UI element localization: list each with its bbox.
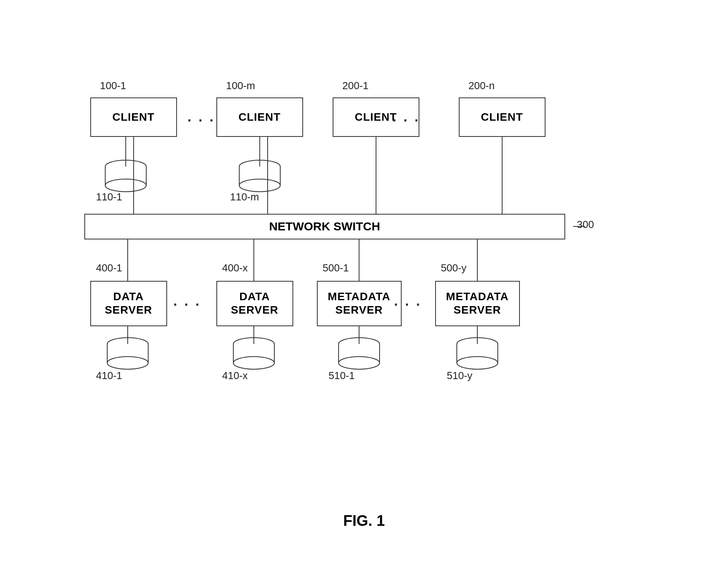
svg-point-15: [233, 338, 274, 350]
svg-point-10: [107, 338, 148, 350]
ref-410-1: 410-1: [96, 370, 123, 382]
svg-point-9: [239, 179, 280, 192]
diagram: CLIENT CLIENT CLIENT CLIENT 100-1 100-m …: [49, 36, 680, 549]
svg-rect-1: [105, 166, 146, 185]
ref-500-y: 500-y: [441, 262, 467, 274]
svg-point-25: [457, 338, 498, 350]
ref-100-1: 100-1: [100, 80, 127, 92]
ref-110-m: 110-m: [230, 191, 259, 203]
client-100-1: CLIENT: [90, 97, 177, 137]
client-100-m: CLIENT: [216, 97, 303, 137]
svg-rect-26: [457, 344, 498, 363]
ref-510-y: 510-y: [447, 370, 473, 382]
client-200-n: CLIENT: [459, 97, 546, 137]
ref-510-1: 510-1: [329, 370, 355, 382]
svg-point-4: [105, 179, 146, 192]
ref-200-1: 200-1: [343, 80, 369, 92]
figure-caption: FIG. 1: [343, 512, 385, 529]
svg-point-19: [233, 357, 274, 369]
network-switch: NETWORK SWITCH: [84, 214, 565, 239]
svg-point-29: [457, 357, 498, 369]
ref-500-1: 500-1: [323, 262, 349, 274]
svg-point-24: [339, 357, 380, 369]
dots-ms: · · ·: [394, 297, 422, 313]
metadata-server-500-y: METADATA SERVER: [435, 281, 520, 326]
dots-clients-1: · · ·: [188, 112, 215, 129]
dots-ds: · · ·: [173, 297, 201, 313]
svg-point-14: [107, 357, 148, 369]
ref-400-1: 400-1: [96, 262, 123, 274]
ref-300: 300: [577, 219, 594, 231]
svg-rect-11: [107, 344, 148, 363]
svg-point-5: [239, 160, 280, 173]
svg-rect-16: [233, 344, 274, 363]
svg-point-20: [339, 338, 380, 350]
metadata-server-500-1: METADATA SERVER: [317, 281, 402, 326]
svg-rect-21: [339, 344, 380, 363]
ref-200-n: 200-n: [469, 80, 495, 92]
ref-410-x: 410-x: [222, 370, 248, 382]
dots-clients-2: · · ·: [393, 112, 420, 129]
data-server-400-x: DATA SERVER: [216, 281, 293, 326]
svg-point-0: [105, 160, 146, 173]
data-server-400-1: DATA SERVER: [90, 281, 167, 326]
ref-400-x: 400-x: [222, 262, 248, 274]
ref-100-m: 100-m: [226, 80, 255, 92]
ref-110-1: 110-1: [96, 191, 123, 203]
svg-rect-6: [239, 166, 280, 185]
